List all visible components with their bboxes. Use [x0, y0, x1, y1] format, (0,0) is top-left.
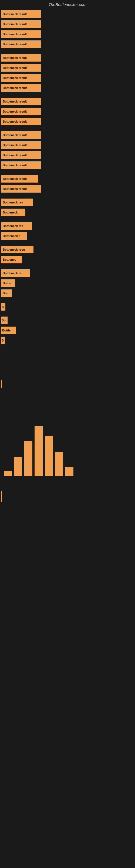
bottleneck-bar: Bottleneck res [1, 222, 32, 230]
bar-label: Bottleneck result [3, 12, 27, 16]
bar-row: Bottle [1, 279, 134, 287]
bar-row: Bottleneck result [1, 97, 134, 106]
bottleneck-bar: Bott [1, 289, 12, 297]
bottleneck-bar: Bottleneck result [1, 161, 41, 169]
bar-label: Bottleneck [3, 211, 18, 214]
bar-row: Bottleneck result [1, 54, 134, 62]
bar-row: Bottleneck result [1, 84, 134, 92]
bar-label: Bottleneck res [3, 224, 23, 227]
bottleneck-bar: Bottle [1, 279, 15, 287]
bottom-indicator [1, 491, 134, 502]
bottleneck-bar: Bottleneck res [1, 198, 33, 206]
bar-row: Bottleneck result [1, 10, 134, 19]
bar-label: Bottleneck result [3, 86, 27, 90]
bar-row: Bottleneck result [1, 30, 134, 38]
bar-label: Bottleneck result [3, 23, 27, 26]
bar-row: Bott [1, 289, 134, 298]
bottleneck-bar: Bottleneck result [1, 10, 41, 18]
bar-label: Bottleneck result [3, 33, 27, 36]
bar-row: Bottleneck result [1, 20, 134, 29]
bottleneck-bar: Bottleneck result [1, 64, 41, 72]
bar-label: Bottleneck res [3, 201, 23, 204]
bottleneck-bar: B [1, 337, 5, 344]
bar-label: Bottleneck result [3, 120, 27, 123]
v-bar-2 [14, 457, 22, 476]
bar-label: Bottlenec [3, 258, 16, 261]
site-title: TheBottlenecker.com [0, 0, 135, 8]
bottleneck-bar: Bo [1, 316, 8, 324]
bottleneck-bar: Bottleneck result [1, 141, 41, 149]
bottleneck-bar: Bottleneck r [1, 232, 27, 240]
bottleneck-bar: Bottleneck result [1, 131, 41, 139]
page-wrapper: TheBottlenecker.com Bottleneck result Bo… [0, 0, 135, 868]
bar-label: Bottleneck result [3, 56, 27, 59]
bar-row: Bottleneck resu [1, 245, 134, 254]
bottleneck-bar: Bottleneck re [1, 269, 30, 277]
bottleneck-bar: Bottleneck result [1, 30, 41, 38]
vertical-indicator [1, 380, 134, 388]
bar-row: B [1, 336, 134, 345]
bar-row: Bottleneck res [1, 222, 134, 230]
bar-label: Bottleneck result [3, 66, 27, 69]
bar-row: Bottleneck result [1, 107, 134, 116]
bar-label: B [2, 305, 4, 308]
bottleneck-bar: Bottleneck result [1, 151, 41, 159]
bar-row: Bottleneck result [1, 131, 134, 140]
bar-row: Bottleneck [1, 208, 134, 217]
bar-label: Bottleneck result [3, 76, 27, 80]
bar-row: Bottler [1, 326, 134, 335]
bottleneck-bar: Bottleneck result [1, 40, 41, 48]
bottleneck-bar: Bottleneck result [1, 20, 41, 28]
bottleneck-bar: B [1, 303, 5, 311]
bottleneck-bar: Bottleneck result [1, 118, 41, 125]
bar-label: Bottleneck result [3, 42, 27, 46]
bar-row: Bottleneck r [1, 231, 134, 240]
bar-row: Bottleneck result [1, 117, 134, 126]
bar-label: Bottler [2, 329, 12, 332]
bottom-chart [1, 422, 134, 476]
bar-label: Bottleneck resu [3, 248, 25, 251]
bar-row: Bottleneck result [1, 175, 134, 183]
bar-label: B [2, 339, 4, 342]
bar-row: Bo [1, 316, 134, 325]
bar-label: Bottleneck result [3, 144, 27, 147]
bar-label: Bottleneck result [3, 100, 27, 103]
bar-row: Bottleneck result [1, 151, 134, 159]
bottleneck-bar: Bottleneck [1, 209, 26, 216]
bar-row: Bottleneck result [1, 184, 134, 193]
bar-label: Bottleneck result [3, 110, 27, 113]
bar-label: Bottleneck re [3, 272, 21, 275]
bars-container: Bottleneck result Bottleneck result Bott… [0, 8, 135, 504]
bottleneck-bar: Bottleneck result [1, 175, 38, 183]
v-bar-5 [45, 436, 53, 476]
bar-row: Bottleneck res [1, 198, 134, 207]
v-bar-3 [24, 441, 32, 476]
bar-label: Bottleneck result [3, 163, 27, 167]
bottleneck-bar: Bottleneck result [1, 185, 41, 193]
bar-row: Bottleneck result [1, 161, 134, 169]
bar-label: Bottleneck r [3, 235, 20, 238]
v-bar-6 [55, 452, 63, 476]
bar-row: Bottlenec [1, 255, 134, 264]
v-bar-7 [65, 467, 74, 476]
bottleneck-bar: Bottleneck result [1, 108, 41, 115]
bottleneck-bar: Bottleneck result [1, 84, 41, 92]
bar-label: Bo [2, 319, 6, 322]
bar-label: Bottleneck result [3, 133, 27, 137]
bottleneck-bar: Bottler [1, 327, 16, 334]
bar-row: Bottleneck re [1, 269, 134, 278]
bottleneck-bar: Bottleneck result [1, 98, 41, 105]
v-bar-4 [35, 426, 43, 476]
bar-label: Bottle [3, 282, 11, 285]
bar-label: Bottleneck result [3, 177, 27, 180]
bar-row: B [1, 303, 134, 311]
bottleneck-bar: Bottleneck resu [1, 246, 34, 253]
bottleneck-bar: Bottleneck result [1, 74, 41, 82]
bottleneck-bar: Bottleneck result [1, 54, 41, 62]
bar-row: Bottleneck result [1, 73, 134, 82]
bar-row: Bottleneck result [1, 63, 134, 72]
bar-label: Bottleneck result [3, 154, 27, 157]
bar-label: Bott [3, 291, 9, 295]
bottleneck-bar: Bottlenec [1, 256, 22, 264]
v-bar-1 [4, 471, 12, 476]
